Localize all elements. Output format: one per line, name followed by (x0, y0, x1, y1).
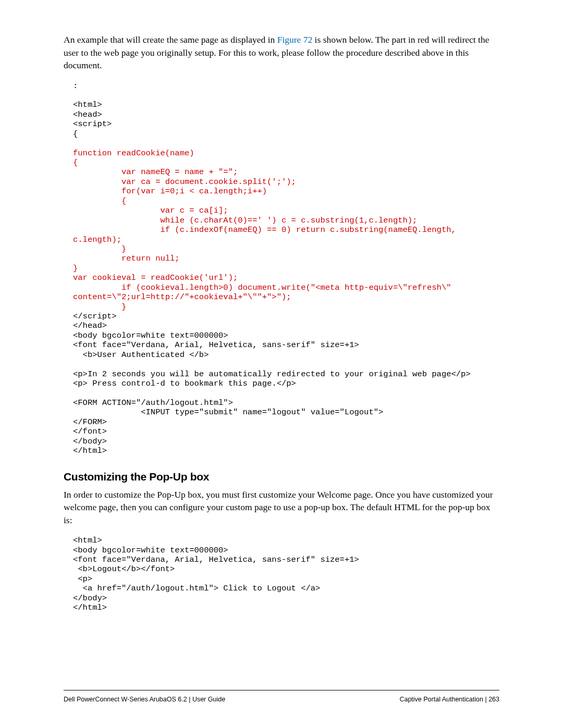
code-line: { (73, 196, 126, 206)
intro-text-1: An example that will create the same pag… (64, 34, 277, 45)
code-line: var cookieval = readCookie('url'); (73, 273, 238, 282)
intro-paragraph: An example that will create the same pag… (64, 33, 499, 72)
code-line: </body> (73, 594, 107, 603)
footer-section: Captive Portal Authentication (399, 696, 483, 703)
code-line: </body> (73, 437, 107, 446)
code-line: <b>Logout</b></font> (73, 564, 175, 574)
figure-link[interactable]: Figure 72 (277, 34, 313, 45)
code-line: function readCookie(name) (73, 149, 194, 158)
code-line: <a href="/auth/logout.html"> Click to Lo… (73, 584, 320, 593)
code-line: <FORM ACTION="/auth/logout.html"> (73, 398, 233, 408)
footer-divider (64, 690, 499, 690)
code-line: <html> (73, 100, 102, 109)
code-line: } (73, 302, 126, 312)
code-line: </html> (73, 603, 107, 612)
code-line: { (73, 129, 78, 139)
code-line: } (73, 244, 126, 254)
code-line: <INPUT type="submit" name="logout" value… (73, 408, 383, 417)
code-line: <p> (73, 574, 92, 584)
code-line: <p>In 2 seconds you will be automaticall… (73, 369, 471, 379)
footer-right: Captive Portal Authentication | 263 (399, 696, 499, 703)
section-heading: Customizing the Pop-Up box (64, 471, 499, 483)
code-block-1: : <html> <head> <script> { function read… (64, 81, 499, 456)
code-line: : (73, 81, 78, 91)
code-block-2: <html> <body bgcolor=white text=000000> … (64, 536, 499, 613)
code-line: content=\"2;url=http://"+cookieval+"\""+… (73, 292, 291, 302)
footer-page: 263 (488, 696, 499, 703)
code-line: if (c.indexOf(nameEQ) == 0) return c.sub… (73, 225, 456, 235)
code-line: return null; (73, 254, 180, 263)
page-footer: Dell PowerConnect W-Series ArubaOS 6.2 |… (0, 690, 563, 703)
footer-left: Dell PowerConnect W-Series ArubaOS 6.2 |… (64, 696, 225, 703)
section-paragraph: In order to customize the Pop-Up box, yo… (64, 488, 499, 527)
code-line: <head> (73, 110, 102, 119)
code-line: while (c.charAt(0)==' ') c = c.substring… (73, 216, 417, 225)
code-line: </head> (73, 321, 107, 330)
code-line: for(var i=0;i < ca.length;i++) (73, 187, 267, 196)
code-line: <font face="Verdana, Arial, Helvetica, s… (73, 340, 359, 350)
code-line: </FORM> (73, 417, 107, 427)
code-line: var nameEQ = name + "="; (73, 167, 238, 177)
code-line: { (73, 158, 78, 167)
footer-sep: | (483, 696, 488, 703)
code-line: } (73, 264, 78, 273)
code-line: <script> (73, 119, 112, 129)
code-line: <font face="Verdana, Arial, Helvetica, s… (73, 555, 359, 564)
code-line: </script> (73, 312, 117, 321)
code-line: if (cookieval.length>0) document.write("… (73, 283, 451, 292)
code-line: <html> (73, 536, 102, 545)
code-line: </html> (73, 446, 107, 455)
code-line: <body bgcolor=white text=000000> (73, 331, 228, 340)
code-line: <p> Press control-d to bookmark this pag… (73, 379, 296, 388)
code-line: <body bgcolor=white text=000000> (73, 546, 228, 555)
code-line: <b>User Authenticated </b> (73, 350, 209, 360)
code-line: c.length); (73, 235, 121, 244)
code-line: var ca = document.cookie.split(';'); (73, 177, 296, 187)
code-line: </font> (73, 427, 107, 436)
code-line: var c = ca[i]; (73, 206, 228, 215)
